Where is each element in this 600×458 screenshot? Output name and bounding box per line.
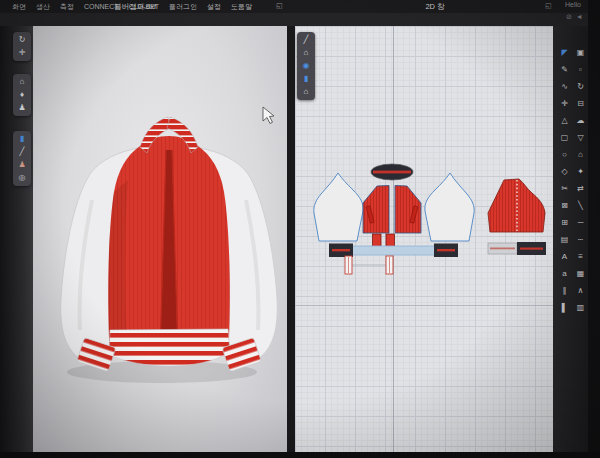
app-window: 화면생산측정CONNECTCLO-SET플러그인설정도움말 봄버점퍼.dxf ◱…	[0, 0, 600, 458]
stitch-icon[interactable]: ╱	[15, 146, 29, 158]
text-tool-icon[interactable]: A	[558, 250, 571, 263]
list-icon[interactable]: ≡	[574, 250, 587, 263]
window-edge-right	[588, 0, 600, 458]
panel-divider[interactable]	[287, 26, 295, 452]
toolbar-2d-tools-col1: ◤✎∿✛△▢○◇✂⊠⊞▤Aa∥▌	[558, 46, 571, 314]
piece-placket-right[interactable]	[386, 256, 393, 274]
pan-view-icon[interactable]: ✛	[15, 47, 29, 59]
transform-tool-icon[interactable]: ◤	[558, 46, 571, 59]
menu-help[interactable]: 도움말	[231, 2, 252, 12]
jacket-hem-band[interactable]	[109, 329, 230, 366]
window-edge-bottom	[0, 452, 600, 458]
toolbar-3d-garment-group: ⌂♦♟	[13, 74, 31, 116]
table-icon[interactable]: ▦	[574, 267, 587, 280]
trace-tool-icon[interactable]: ⊠	[558, 199, 571, 212]
dart-tool-icon[interactable]: ◇	[558, 165, 571, 178]
piece-sleeve-left[interactable]	[314, 173, 363, 241]
hello-label: Hello	[565, 1, 581, 8]
rotate-view-icon[interactable]: ↻	[15, 34, 29, 46]
edit-pattern-icon[interactable]: ✎	[558, 63, 571, 76]
copy-piece-icon[interactable]: ⊟	[574, 97, 587, 110]
piece-front-right[interactable]	[395, 186, 421, 234]
ruler-tool-icon[interactable]: ∥	[558, 284, 571, 297]
piece-back[interactable]	[488, 179, 545, 232]
rectangle-tool-icon[interactable]: ▢	[558, 131, 571, 144]
garment-icon[interactable]: ⌂	[299, 86, 313, 98]
menu-production[interactable]: 생산	[36, 2, 50, 12]
fabric-icon[interactable]: ▮	[299, 73, 313, 85]
pattern-2d-canvas	[295, 26, 553, 452]
piece-placket-left[interactable]	[345, 256, 352, 274]
flatten-icon[interactable]: ▽	[574, 131, 587, 144]
brush-tool-icon[interactable]: ▌	[558, 301, 571, 314]
slash-tool-icon[interactable]: ╲	[574, 199, 587, 212]
pattern-page-icon[interactable]: ▣	[574, 46, 587, 59]
toolbar-2d-tools-col2: ▣▫↻⊟☁▽⌂✦⇄╲─┄≡▦∧▥	[574, 46, 587, 314]
fabric-icon[interactable]: ▮	[15, 133, 29, 145]
undock-2d-icon[interactable]: ◱	[545, 2, 552, 10]
polygon-tool-icon[interactable]: △	[558, 114, 571, 127]
piece-front-left[interactable]	[363, 186, 389, 234]
account-icons[interactable]: ⊘◄	[566, 13, 587, 21]
piece-collar[interactable]	[371, 164, 413, 180]
piece-sleeve-right[interactable]	[425, 173, 474, 241]
edit-curvature-icon[interactable]: ∿	[558, 80, 571, 93]
swap-icon[interactable]: ⇄	[574, 182, 587, 195]
pin-icon[interactable]: ♦	[15, 89, 29, 101]
dashed-box-icon[interactable]: ▫	[574, 63, 587, 76]
dashed-line-icon[interactable]: ┄	[574, 233, 587, 246]
grading-tool-icon[interactable]: ▤	[558, 233, 571, 246]
mouse-cursor	[263, 107, 274, 124]
annotation-tool-icon[interactable]: a	[558, 267, 571, 280]
tab-2d-window[interactable]: 2D 창	[355, 2, 515, 12]
varsity-jacket[interactable]	[61, 117, 278, 372]
angle-icon[interactable]: ∧	[574, 284, 587, 297]
shirt-icon[interactable]: ⌂	[574, 148, 587, 161]
undock-3d-icon[interactable]: ◱	[276, 2, 283, 10]
circle-tool-icon[interactable]: ○	[558, 148, 571, 161]
toolbar-3d-display-group: ▮╱♟◎	[13, 131, 31, 186]
fill-icon[interactable]: ▥	[574, 301, 587, 314]
add-point-icon[interactable]: ✛	[558, 97, 571, 110]
avatar-icon[interactable]: ♟	[15, 102, 29, 114]
sew-shirt-icon[interactable]: ✦	[574, 165, 587, 178]
toolbar-3d-view-group: ↻✛	[13, 32, 31, 61]
cut-tool-icon[interactable]: ✂	[558, 182, 571, 195]
menu-display[interactable]: 화면	[12, 2, 26, 12]
rotate-piece-icon[interactable]: ↻	[574, 80, 587, 93]
cloud-icon[interactable]: ☁	[574, 114, 587, 127]
garment-icon[interactable]: ⌂	[15, 76, 29, 88]
tab-3d-window[interactable]: 봄버점퍼.dxf	[55, 2, 215, 12]
edit-line-icon[interactable]: ╱	[299, 34, 313, 46]
measure-line-icon[interactable]: ─	[574, 216, 587, 229]
piece-cuff-band[interactable]	[488, 242, 546, 255]
world-icon[interactable]: ◎	[15, 172, 29, 184]
seam-tool-icon[interactable]: ⊞	[558, 216, 571, 229]
info-icon[interactable]: ◉	[299, 60, 313, 72]
tab-bar	[0, 13, 600, 27]
flatten-garment-icon[interactable]: ⌂	[299, 47, 313, 59]
garment-3d-canvas	[33, 26, 287, 452]
mannequin-icon[interactable]: ♟	[15, 159, 29, 171]
toolbar-2d-display-group: ╱⌂◉▮⌂	[297, 32, 315, 100]
